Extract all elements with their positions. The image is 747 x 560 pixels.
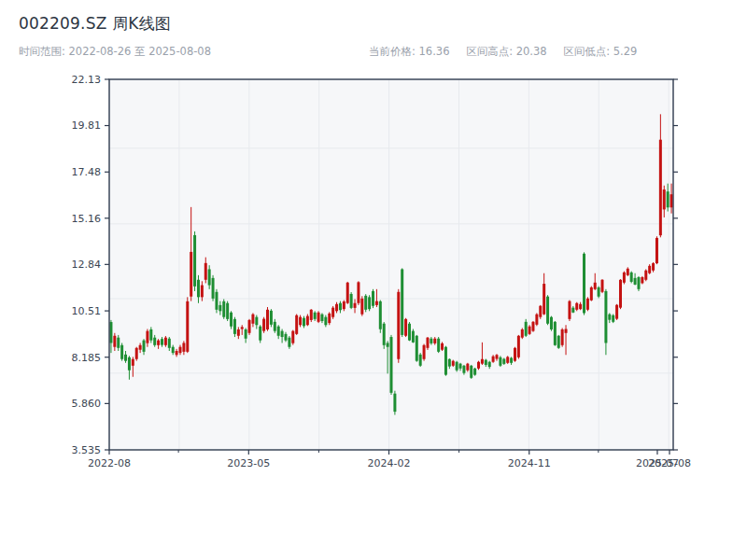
candle-body [641,277,643,283]
candle-body [470,366,472,378]
candle-down [390,335,393,395]
candle-body [375,301,378,305]
candle-body [270,311,273,325]
candle-body [324,317,327,326]
y-tick-label: 10.51 [72,305,102,317]
candle-down [368,295,371,311]
candle-up [644,269,647,281]
candle-body [561,329,564,345]
x-axis: 2022-082023-052024-022024-112025-072025-… [88,450,691,469]
candle-body [492,357,495,362]
candle-down [212,275,215,301]
candle-body [430,339,432,343]
candle-up [317,311,320,323]
candle-body [452,361,455,366]
candle-up [529,325,531,335]
candle-body [531,322,534,331]
candle-body [441,343,444,350]
candle-body [667,191,669,207]
candle-body [462,366,465,373]
candle-body [568,301,571,319]
candle-body [408,324,411,341]
candle-body [598,287,600,297]
candle-body [663,189,666,209]
candle-body [299,317,302,326]
candle-down [437,337,440,353]
candle-body [215,292,218,310]
candle-body [619,280,622,308]
candle-body [448,359,451,367]
candle-body [383,324,386,345]
candle-down [502,357,505,364]
candle-body [153,338,156,345]
candle-body [274,322,276,331]
candle-body [477,362,480,369]
candle-body [277,327,280,336]
y-tick-label: 22.13 [72,74,102,86]
candle-down [554,321,557,346]
candle-body [506,357,509,362]
candle-body [412,331,415,343]
candle-body [397,292,400,359]
candle-body [529,327,531,334]
candle-up [586,297,589,311]
candle-down [120,343,123,360]
candle-body [579,304,582,309]
candle-down [456,361,458,372]
candle-body [182,343,185,351]
candle-up [521,328,524,339]
candle-up [514,347,516,362]
candle-body [368,297,371,309]
candle-down [419,353,422,367]
candle-down [383,322,386,349]
candle-down [546,295,549,325]
x-tick-label: 2024-11 [508,457,551,469]
x-tick-label: 2025-08 [648,457,691,469]
candle-up [360,296,363,315]
candle-body [426,338,429,348]
candle-body [222,301,225,317]
candle-up [601,279,604,293]
candle-body [328,314,331,323]
candle-down [408,322,411,341]
candle-body [306,316,309,326]
candle-body [459,364,462,369]
candle-body [608,315,611,320]
candle-body [135,348,138,359]
candle-body [193,235,196,287]
y-tick-label: 8.185 [72,352,102,364]
candle-body [571,308,574,313]
kline-chart: 22.1319.8117.4815.1612.8410.518.1855.860… [0,0,747,560]
candle-body [481,359,484,364]
candle-up [517,335,520,359]
candle-body [339,303,342,310]
candle-body [164,338,167,345]
candle-body [539,306,542,317]
candle-body [623,273,626,283]
candle-body [659,140,662,235]
candle-body [423,345,426,359]
candle-body [172,347,175,353]
candle-body [550,317,553,329]
candle-body [310,310,313,320]
candle-body [466,364,469,371]
candle-body [594,283,597,289]
y-tick-label: 5.860 [72,398,102,410]
candle-up [135,347,138,361]
candle-body [295,315,298,334]
x-tick-label: 2022-08 [88,457,131,469]
candle-body [437,339,440,352]
candle-body [612,315,614,322]
candle-body [139,345,142,350]
candle-body [146,331,148,343]
candle-up [423,344,426,361]
candle-body [168,339,171,348]
candle-down [215,289,218,314]
x-tick-label: 2024-02 [368,457,411,469]
candle-body [190,252,192,297]
candle-up [346,282,349,304]
candle-body [499,357,501,366]
candle-up [561,328,564,346]
candle-body [255,317,258,326]
candle-body [510,357,513,362]
